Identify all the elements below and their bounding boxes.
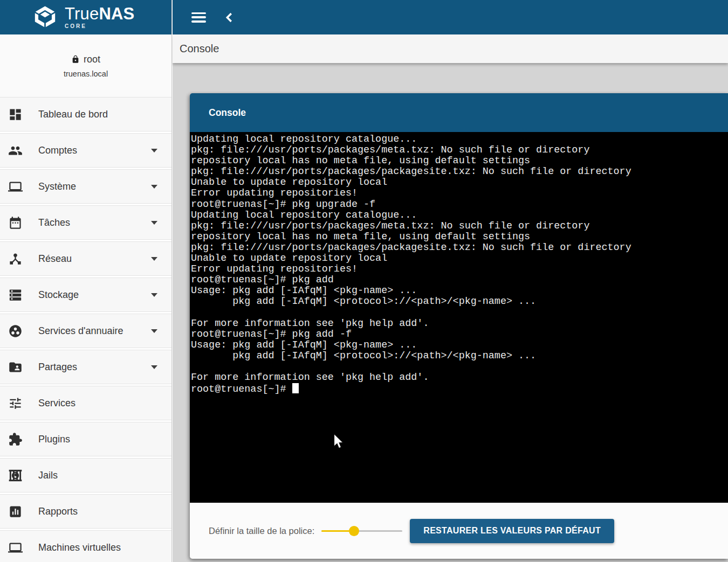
terminal-line: Error updating repositories! <box>191 264 728 275</box>
terminal-line: Unable to update repository local <box>191 253 728 264</box>
reports-icon <box>8 504 23 519</box>
back-icon[interactable] <box>224 12 233 23</box>
chevron-down-icon <box>151 293 157 297</box>
sidebar-item-reseau[interactable]: Réseau <box>0 241 171 276</box>
terminal-cursor <box>292 383 299 393</box>
sidebar-item-jails[interactable]: Jails <box>0 458 171 492</box>
terminal-line: pkg: file:///usr/ports/packages/meta.txz… <box>191 221 728 232</box>
vm-icon <box>8 540 23 555</box>
sidebar-item-label: Services <box>38 398 75 409</box>
shares-icon <box>8 360 23 374</box>
terminal-line: pkg: file:///usr/ports/packages/packages… <box>191 242 728 253</box>
network-icon <box>8 252 23 266</box>
tasks-icon <box>8 216 23 230</box>
directory-services-icon <box>8 324 23 338</box>
terminal-line: pkg: file:///usr/ports/packages/packages… <box>191 166 728 177</box>
brand: TrueNAS CORE <box>0 0 171 34</box>
terminal-output[interactable]: Updating local repository catalogue...pk… <box>190 132 728 503</box>
sidebar: TrueNAS CORE root truenas.local Tableau … <box>0 0 172 562</box>
font-size-slider[interactable] <box>321 525 402 536</box>
sidebar-item-rapports[interactable]: Rapports <box>0 494 171 529</box>
lock-icon <box>71 55 80 64</box>
terminal-line <box>191 362 728 372</box>
sidebar-item-label: Système <box>38 181 76 192</box>
user-panel: root truenas.local <box>0 34 171 97</box>
sidebar-item-label: Machines virtuelles <box>38 542 121 553</box>
brand-name-bold: NAS <box>99 4 134 23</box>
sidebar-item-label: Comptes <box>38 145 77 156</box>
terminal-line: Usage: pkg add [-IAfqM] <pkg-name> ... <box>191 286 728 296</box>
terminal-line: repository local has no meta file, using… <box>191 232 728 242</box>
console-card-header: Console <box>190 93 728 132</box>
user-name: root <box>84 54 100 65</box>
sidebar-item-comptes[interactable]: Comptes <box>0 133 171 168</box>
console-footer: Définir la taille de la police: RESTAURE… <box>190 503 728 559</box>
terminal-line: root@truenas[~]# pkg upgrade -f <box>191 199 728 210</box>
font-size-label: Définir la taille de la police: <box>209 526 314 536</box>
terminal-line: Unable to update repository local <box>191 177 728 188</box>
sidebar-item-machines-virtuelles[interactable]: Machines virtuelles <box>0 530 171 562</box>
brand-text: TrueNAS CORE <box>65 5 134 29</box>
brand-edition: CORE <box>65 24 134 29</box>
restore-defaults-button[interactable]: RESTAURER LES VALEURS PAR DÉFAUT <box>410 519 614 543</box>
sidebar-item-services[interactable]: Services <box>0 386 171 420</box>
chevron-down-icon <box>151 365 157 369</box>
sidebar-item-services-d-annuaire[interactable]: Services d'annuaire <box>0 314 171 348</box>
sidebar-menu: Tableau de bordComptesSystèmeTâchesRésea… <box>0 97 171 562</box>
topbar <box>173 0 728 34</box>
sidebar-item-label: Stockage <box>38 289 79 301</box>
terminal-line: root@truenas[~]# pkg add <box>191 275 728 286</box>
storage-icon <box>8 288 23 302</box>
dashboard-icon <box>8 107 23 122</box>
sidebar-item-label: Services d'annuaire <box>38 325 123 337</box>
console-card: Console Updating local repository catalo… <box>190 93 728 559</box>
terminal-line <box>191 308 728 318</box>
terminal-line: Updating local repository catalogue... <box>191 210 728 221</box>
sidebar-item-plugins[interactable]: Plugins <box>0 422 171 456</box>
sidebar-item-partages[interactable]: Partages <box>0 350 171 384</box>
console-card-title: Console <box>209 107 246 119</box>
sidebar-item-stockage[interactable]: Stockage <box>0 277 171 312</box>
chevron-down-icon <box>151 221 157 225</box>
chevron-down-icon <box>151 329 157 333</box>
sidebar-item-label: Plugins <box>38 434 70 445</box>
content-area: Console Updating local repository catalo… <box>173 63 728 562</box>
sidebar-item-label: Partages <box>38 362 77 373</box>
sidebar-item-label: Jails <box>38 470 58 481</box>
menu-icon[interactable] <box>191 12 206 23</box>
terminal-line: repository local has no meta file, using… <box>191 156 728 166</box>
accounts-icon <box>8 143 23 158</box>
sidebar-item-label: Tâches <box>38 217 70 228</box>
slider-thumb[interactable] <box>349 526 359 536</box>
terminal-line: For more information see 'pkg help add'. <box>191 372 728 383</box>
sidebar-item-label: Réseau <box>38 253 72 265</box>
terminal-line: Error updating repositories! <box>191 188 728 199</box>
user-host: truenas.local <box>64 70 108 78</box>
jails-icon <box>8 468 23 483</box>
plugins-icon <box>8 432 23 447</box>
terminal-line: pkg: file:///usr/ports/packages/meta.txz… <box>191 145 728 156</box>
brand-name-light: True <box>65 4 99 23</box>
terminal-line: Updating local repository catalogue... <box>191 134 728 145</box>
chevron-down-icon <box>151 185 157 189</box>
chevron-down-icon <box>151 257 157 261</box>
terminal-prompt-line: root@truenas[~]# <box>191 383 728 395</box>
sidebar-item-taches[interactable]: Tâches <box>0 205 171 240</box>
terminal-line: root@truenas[~]# pkg add -f <box>191 329 728 340</box>
terminal-line: pkg add [-IAfqM] <protocol>://<path>/<pk… <box>191 296 728 307</box>
breadcrumb: Console <box>173 34 728 63</box>
sidebar-item-label: Rapports <box>38 506 78 517</box>
terminal-line: pkg add [-IAfqM] <protocol>://<path>/<pk… <box>191 351 728 362</box>
system-icon <box>8 179 23 194</box>
terminal-line: Usage: pkg add [-IAfqM] <pkg-name> ... <box>191 340 728 351</box>
sidebar-item-label: Tableau de bord <box>38 109 108 120</box>
page-title: Console <box>180 43 219 55</box>
sidebar-item-systeme[interactable]: Système <box>0 169 171 204</box>
sidebar-item-tableau-de-bord[interactable]: Tableau de bord <box>0 97 171 131</box>
truenas-logo-icon <box>32 5 58 30</box>
services-icon <box>8 396 23 411</box>
terminal-line: For more information see 'pkg help add'. <box>191 318 728 329</box>
chevron-down-icon <box>151 149 157 152</box>
